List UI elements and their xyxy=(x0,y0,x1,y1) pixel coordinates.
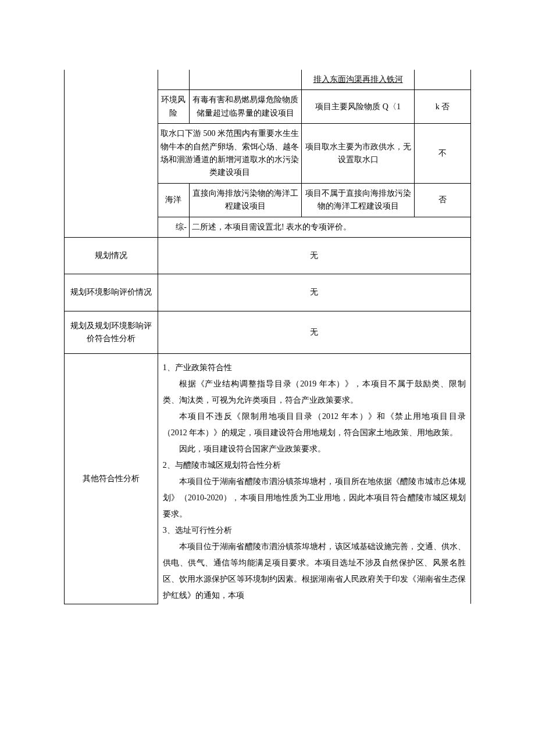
cell-summary-prefix: 综- xyxy=(158,217,190,237)
paragraph: 本项目位于湖南省醴陵市泗汾镇茶埠塘村，该区域基础设施完善，交通、供水、供电、供气… xyxy=(163,539,466,604)
cell-criteria: 直接向海排放污染物的海洋工程建设项目 xyxy=(189,183,301,217)
cell-result: 否 xyxy=(414,183,470,217)
main-table: 排入东面沟渠再排入铁河 环境风险 有毒有害和易燃易爆危险物质储量超过临界量的建设… xyxy=(64,70,471,604)
cell-empty xyxy=(158,70,190,90)
cell-status: 项目取水主要为市政供水，无设置取水口 xyxy=(302,124,414,184)
paragraph: 本项目不违反《限制用地项目目录（2012 年本）》和《禁止用地项目目录（2012… xyxy=(163,409,466,441)
row-label: 规划环境影响评价情况 xyxy=(65,274,158,311)
table-row: 取水口下游 500 米范围内有重要水生生物牛本的自然产卵场、索饵心场、越冬场和洄… xyxy=(158,124,470,184)
heading-site: 3、选址可行性分析 xyxy=(163,522,466,539)
cell-criteria-wide: 取水口下游 500 米范围内有重要水生生物牛本的自然产卵场、索饵心场、越冬场和洄… xyxy=(158,124,302,184)
row-label-empty xyxy=(65,70,158,237)
inner-wrapper: 排入东面沟渠再排入铁河 环境风险 有毒有害和易燃易爆危险物质储量超过临界量的建设… xyxy=(158,70,470,237)
paragraph: 因此，项目建设符合国家产业政策要求。 xyxy=(163,441,466,457)
heading-planning: 2、与醴陵市城区规划符合性分析 xyxy=(163,457,466,474)
table-row: 排入东面沟渠再排入铁河 xyxy=(158,70,470,90)
row-label: 规划情况 xyxy=(65,237,158,274)
table-row: 其他符合性分析 1、产业政策符合性 根据《产业结构调整指导目录（2019 年本）… xyxy=(65,354,471,604)
row-label: 规划及规划环境影响评价符合性分析 xyxy=(65,311,158,354)
paragraph: 本项目位于湖南省醴陵市泗汾镇茶埠塘村，项目所在地依据《醴陵市城市总体规划》（20… xyxy=(163,474,466,522)
cell-empty xyxy=(189,70,301,90)
table-row: 海洋 直接向海排放污染物的海洋工程建设项目 项目不属于直接向海排放污染物的海洋工… xyxy=(158,183,470,217)
cell-criteria: 有毒有害和易燃易爆危险物质储量超过临界量的建设项目 xyxy=(189,90,301,124)
heading-policy: 1、产业政策符合性 xyxy=(163,360,466,376)
cell-continuation: 排入东面沟渠再排入铁河 xyxy=(302,70,414,90)
cell-status: 项目不属于直接向海排放污染物的海洋工程建设项目 xyxy=(302,183,414,217)
row-label: 其他符合性分析 xyxy=(65,354,158,604)
cell-result: 不 xyxy=(414,124,470,184)
paragraph: 根据《产业结构调整指导目录（2019 年本）》，本项目不属于鼓励类、限制类、淘汰… xyxy=(163,376,466,409)
table-row: 规划情况 无 xyxy=(65,237,471,274)
inner-table: 排入东面沟渠再排入铁河 环境风险 有毒有害和易燃易爆危险物质储量超过临界量的建设… xyxy=(158,70,470,237)
cell-category: 海洋 xyxy=(158,183,190,217)
table-row: 排入东面沟渠再排入铁河 环境风险 有毒有害和易燃易爆危险物质储量超过临界量的建设… xyxy=(65,70,471,237)
cell-empty xyxy=(414,70,470,90)
row-value: 无 xyxy=(158,311,470,354)
other-body-cell: 1、产业政策符合性 根据《产业结构调整指导目录（2019 年本）》，本项目不属于… xyxy=(158,354,470,604)
cell-category: 环境风险 xyxy=(158,90,190,124)
cell-status: 项目主要风险物质 Q〈1 xyxy=(302,90,414,124)
table-row: 综- 二所述，本项目需设置北! 表水的专项评价。 xyxy=(158,217,470,237)
cell-result: k 否 xyxy=(414,90,470,124)
row-value: 无 xyxy=(158,274,470,311)
table-row: 规划及规划环境影响评价符合性分析 无 xyxy=(65,311,471,354)
table-row: 规划环境影响评价情况 无 xyxy=(65,274,471,311)
cell-summary-text: 二所述，本项目需设置北! 表水的专项评价。 xyxy=(189,217,470,237)
row-value: 无 xyxy=(158,237,470,274)
table-row: 环境风险 有毒有害和易燃易爆危险物质储量超过临界量的建设项目 项目主要风险物质 … xyxy=(158,90,470,124)
